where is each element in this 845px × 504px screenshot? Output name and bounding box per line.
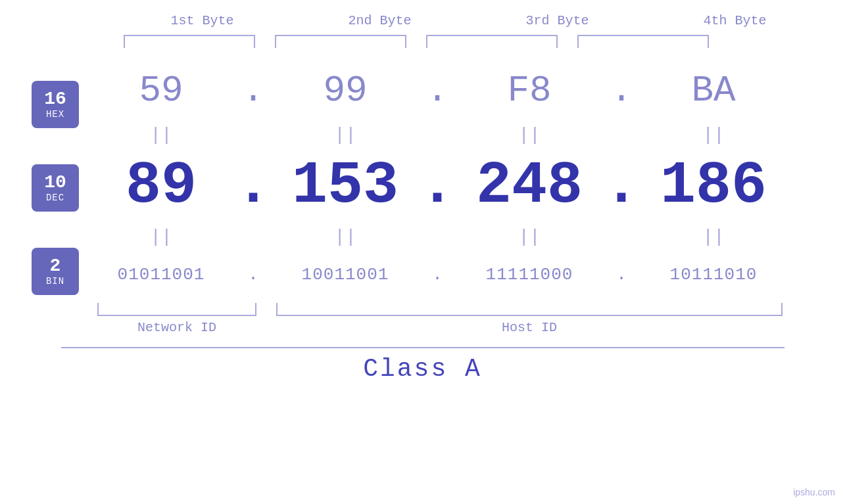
eq1-4: || [702, 125, 725, 145]
dec-b1: 89 [126, 152, 197, 219]
byte3-label: 3rd Byte [492, 13, 623, 28]
hex-badge: 16 HEX [32, 81, 79, 128]
bracket-top-1 [124, 35, 255, 48]
eq1-2: || [334, 125, 356, 145]
host-bracket [276, 303, 783, 316]
equals-row-2: || || || || [85, 222, 845, 252]
hex-dot1: . [242, 70, 264, 112]
bin-dot1: . [248, 265, 258, 285]
hex-b2: 99 [323, 70, 367, 112]
byte2-label: 2nd Byte [314, 13, 446, 28]
watermark: ipshu.com [793, 487, 835, 497]
bin-b4: 10111010 [670, 265, 758, 285]
hex-dot3: . [610, 70, 633, 112]
bin-b3: 11111000 [486, 265, 573, 285]
hex-row: 59 . 99 . F8 . BA [85, 61, 845, 120]
eq2-2: || [334, 227, 356, 247]
class-label: Class A [363, 355, 482, 383]
label-spacer [256, 320, 276, 335]
eq2-4: || [702, 227, 725, 247]
eq2-3: || [518, 227, 541, 247]
bin-b1: 01011001 [118, 265, 205, 285]
hex-b4: BA [691, 70, 735, 112]
main-container: 1st Byte 2nd Byte 3rd Byte 4th Byte 16 H… [0, 0, 845, 504]
dec-b4: 186 [660, 152, 767, 219]
bin-row: 01011001 . 10011001 . 11111000 . 1011101… [85, 252, 845, 298]
content-section: 16 HEX 10 DEC 2 BIN 59 . 99 . F8 . BA [0, 61, 845, 298]
bottom-section: Network ID Host ID [0, 303, 845, 335]
byte1-label: 1st Byte [137, 13, 268, 28]
ip-rows: 59 . 99 . F8 . BA || || || || 89 [79, 61, 845, 298]
dec-badge: 10 DEC [32, 164, 79, 212]
bracket-spacer [256, 303, 276, 316]
hex-b1: 59 [139, 70, 183, 112]
bottom-brackets [97, 303, 827, 316]
hex-dot2: . [426, 70, 448, 112]
bin-dot2: . [432, 265, 443, 285]
host-id-label: Host ID [276, 320, 783, 335]
eq2-1: || [150, 227, 172, 247]
bin-badge: 2 BIN [32, 248, 79, 295]
bracket-top-4 [577, 35, 709, 48]
top-brackets [114, 35, 824, 55]
bottom-labels: Network ID Host ID [97, 320, 827, 335]
dec-b3: 248 [476, 152, 583, 219]
dec-row: 89 . 153 . 248 . 186 [85, 150, 845, 222]
class-section: Class A [0, 347, 845, 383]
bracket-top-3 [426, 35, 558, 48]
network-bracket [97, 303, 256, 316]
dec-b2: 153 [292, 152, 398, 219]
dec-dot2: . [420, 152, 455, 219]
eq1-1: || [150, 125, 172, 145]
byte-labels: 1st Byte 2nd Byte 3rd Byte 4th Byte [114, 13, 824, 28]
eq1-3: || [518, 125, 541, 145]
bracket-top-2 [275, 35, 406, 48]
bin-dot3: . [616, 265, 627, 285]
dec-dot1: . [235, 152, 271, 219]
dec-dot3: . [604, 152, 639, 219]
equals-row-1: || || || || [85, 120, 845, 150]
badges-column: 16 HEX 10 DEC 2 BIN [0, 61, 79, 295]
network-id-label: Network ID [97, 320, 256, 335]
hex-b3: F8 [507, 70, 551, 112]
byte4-label: 4th Byte [669, 13, 801, 28]
class-divider [61, 347, 785, 348]
bin-b2: 10011001 [302, 265, 389, 285]
